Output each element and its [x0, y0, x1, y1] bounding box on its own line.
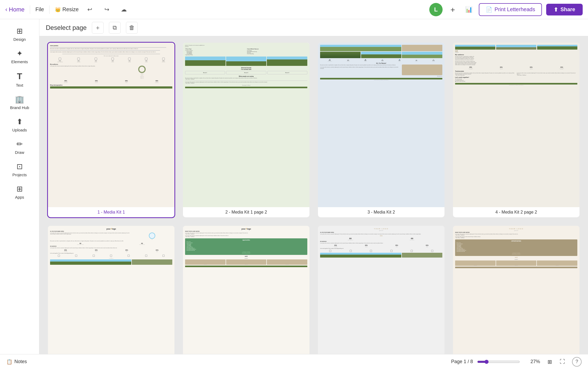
- sidebar-label-uploads: Uploads: [12, 128, 27, 132]
- user-avatar[interactable]: L: [429, 3, 443, 16]
- card-thumbnail-1: none paratur. Duis aute irure dolor in r…: [48, 43, 174, 207]
- sidebar-item-uploads[interactable]: ⬆ Uploads: [4, 114, 36, 135]
- design-icon: ⊞: [17, 27, 23, 35]
- page-info: Page 1 / 8: [451, 359, 473, 364]
- card-label-1: 1 - Media Kit 1: [48, 207, 174, 217]
- cloud-save-icon[interactable]: ☁: [118, 4, 130, 15]
- fullscreen-button[interactable]: ⛶: [557, 356, 568, 367]
- view-icons: ⊞ ⛶: [544, 356, 568, 367]
- sidebar-item-draw[interactable]: ✏ Draw: [4, 137, 36, 158]
- duplicate-page-button[interactable]: ⧉: [109, 22, 121, 34]
- resize-label: Resize: [62, 6, 79, 13]
- design-grid: none paratur. Duis aute irure dolor in r…: [48, 43, 579, 354]
- card-label-2: 2 - Media Kit 1 page 2: [183, 207, 309, 217]
- design-card-7[interactable]: YOUR LOGO goes here HI, I'M [YOUR NAME H…: [318, 226, 444, 354]
- card-thumbnail-5: your✗logo HI, I'M [YOUR NAME HERE] Lorem…: [48, 226, 174, 354]
- sidebar-label-text: Text: [16, 83, 23, 87]
- print-icon: 📄: [486, 6, 492, 13]
- elements-icon: ✦: [17, 49, 23, 58]
- design-card-8[interactable]: YOUR LOGO goes here WHAT PEOPLE ARE SAYI…: [453, 226, 579, 354]
- sidebar-label-draw: Draw: [15, 150, 24, 155]
- card-thumbnail-3: 📱1000+monthly pageviews ✉1000+subscriber…: [318, 43, 444, 207]
- card-thumbnail-7: YOUR LOGO goes here HI, I'M [YOUR NAME H…: [318, 226, 444, 354]
- divider2: [49, 5, 50, 14]
- notes-button[interactable]: 📋 Notes: [6, 359, 27, 365]
- notes-icon: 📋: [6, 359, 12, 365]
- help-button[interactable]: ?: [572, 357, 582, 367]
- sidebar-item-apps[interactable]: ⊞ Apps: [4, 181, 36, 203]
- crown-icon: 👑: [55, 7, 61, 13]
- notes-label: Notes: [14, 359, 27, 364]
- design-card-3[interactable]: 📱1000+monthly pageviews ✉1000+subscriber…: [318, 43, 444, 217]
- sidebar-item-brand-hub[interactable]: 🏢 Brand Hub: [4, 92, 36, 113]
- grid-view-button[interactable]: ⊞: [544, 356, 555, 367]
- delete-page-button[interactable]: 🗑: [126, 22, 138, 34]
- share-label: Share: [560, 6, 575, 13]
- sidebar-label-design: Design: [13, 37, 26, 42]
- sidebar-label-brand-hub: Brand Hub: [10, 105, 29, 110]
- add-page-button[interactable]: ＋: [92, 22, 104, 34]
- card-thumbnail-8: YOUR LOGO goes here WHAT PEOPLE ARE SAYI…: [453, 226, 579, 354]
- bottombar: 📋 Notes Page 1 / 8 27% ⊞ ⛶ ?: [0, 354, 588, 369]
- print-label: Print Letterheads: [495, 6, 535, 13]
- draw-icon: ✏: [17, 140, 23, 149]
- main-canvas-area: none paratur. Duis aute irure dolor in r…: [39, 36, 588, 354]
- card-thumbnail-2: paraeur. Excepteur sint occaecat cupidat…: [183, 43, 309, 207]
- sidebar-label-apps: Apps: [15, 195, 24, 199]
- zoom-percentage: 27%: [524, 359, 540, 364]
- divider: [30, 5, 30, 14]
- file-menu[interactable]: File: [35, 6, 44, 13]
- analytics-button[interactable]: 📊: [463, 4, 475, 15]
- chevron-left-icon: ‹: [5, 6, 7, 13]
- resize-button[interactable]: 👑 Resize: [55, 6, 79, 13]
- sidebar-item-design[interactable]: ⊞ Design: [4, 23, 36, 45]
- zoom-slider[interactable]: [477, 360, 520, 364]
- sidebar: ⊞ Design ✦ Elements T Text 🏢 Brand Hub ⬆…: [0, 19, 39, 369]
- card-thumbnail-6: your✗logo WHAT PEOPLE ARE SAYING Lorem i…: [183, 226, 309, 354]
- share-icon: ⬆: [554, 6, 558, 13]
- design-card-6[interactable]: your✗logo WHAT PEOPLE ARE SAYING Lorem i…: [183, 226, 309, 354]
- print-button[interactable]: 📄 Print Letterheads: [479, 3, 542, 16]
- apps-icon: ⊞: [17, 184, 23, 193]
- home-button[interactable]: ‹ Home: [5, 6, 24, 13]
- add-button[interactable]: ＋: [447, 4, 459, 15]
- design-card-1[interactable]: none paratur. Duis aute irure dolor in r…: [48, 43, 174, 217]
- share-button[interactable]: ⬆ Share: [546, 4, 583, 15]
- design-card-2[interactable]: paraeur. Excepteur sint occaecat cupidat…: [183, 43, 309, 217]
- sidebar-label-projects: Projects: [12, 173, 27, 177]
- card-label-4: 4 - Media Kit 2 page 2: [453, 207, 579, 217]
- sidebar-item-elements[interactable]: ✦ Elements: [4, 46, 36, 67]
- design-card-5[interactable]: your✗logo HI, I'M [YOUR NAME HERE] Lorem…: [48, 226, 174, 354]
- card-thumbnail-4: work samples My audience Duis aute irure…: [453, 43, 579, 207]
- home-label: Home: [9, 6, 24, 13]
- brand-hub-icon: 🏢: [15, 95, 24, 104]
- deselect-page-title: Deselect page: [46, 24, 87, 31]
- redo-button[interactable]: ↪: [101, 4, 113, 15]
- page-toolbar: Deselect page ＋ ⧉ 🗑: [39, 19, 588, 36]
- undo-button[interactable]: ↩: [84, 4, 96, 15]
- sidebar-item-projects[interactable]: ⊡ Projects: [4, 159, 36, 180]
- card-label-3: 3 - Media Kit 2: [318, 207, 444, 217]
- topbar: ‹ Home File 👑 Resize ↩ ↪ ☁ L ＋ 📊 📄 Print…: [0, 0, 588, 19]
- uploads-icon: ⬆: [17, 117, 23, 126]
- sidebar-item-text[interactable]: T Text: [4, 68, 36, 91]
- topbar-left: ‹ Home File 👑 Resize ↩ ↪ ☁: [5, 4, 130, 15]
- design-card-4[interactable]: work samples My audience Duis aute irure…: [453, 43, 579, 217]
- text-icon: T: [17, 71, 22, 81]
- sidebar-label-elements: Elements: [11, 59, 28, 64]
- projects-icon: ⊡: [17, 162, 23, 171]
